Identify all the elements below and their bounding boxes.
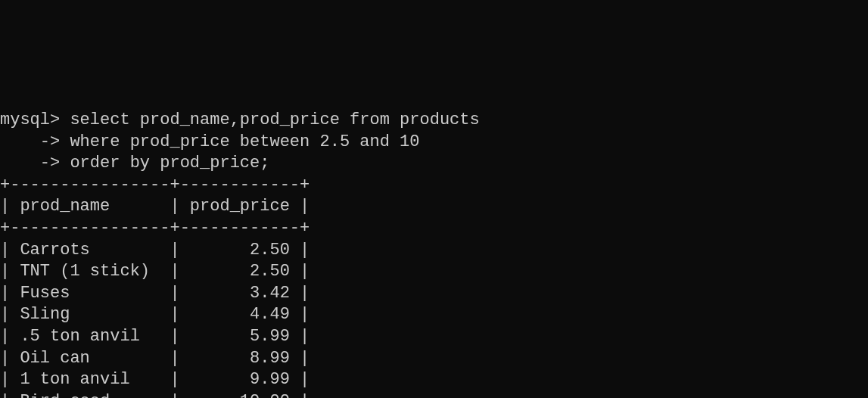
continuation-prompt: ->: [0, 132, 60, 151]
sql-text-1: select prod_name,prod_price from product…: [60, 110, 480, 129]
table-header-row: | prod_name | prod_price |: [0, 197, 310, 216]
table-divider-top: +----------------+------------+: [0, 176, 310, 194]
table-divider-mid: +----------------+------------+: [0, 219, 310, 238]
mysql-prompt: mysql>: [0, 110, 60, 129]
table-body: | Carrots | 2.50 | | TNT (1 stick) | 2.5…: [0, 240, 868, 398]
query-line-3: -> order by prod_price;: [0, 154, 269, 173]
query-line-2: -> where prod_price between 2.5 and 10: [0, 132, 420, 151]
sql-text-3: order by prod_price;: [60, 154, 269, 173]
continuation-prompt: ->: [0, 154, 60, 173]
query-line-1: mysql> select prod_name,prod_price from …: [0, 110, 480, 129]
sql-text-2: where prod_price between 2.5 and 10: [60, 132, 419, 151]
terminal-output: mysql> select prod_name,prod_price from …: [0, 86, 868, 398]
